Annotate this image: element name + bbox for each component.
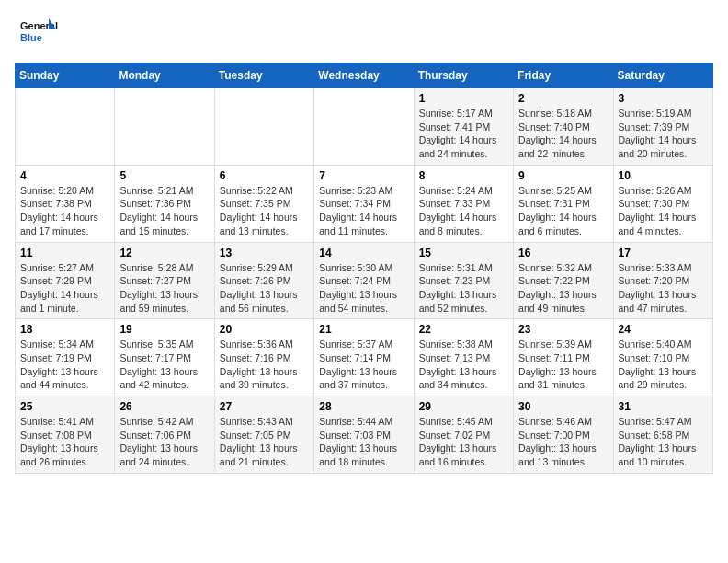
week-row-1: 1Sunrise: 5:17 AM Sunset: 7:41 PM Daylig… [16,88,713,166]
day-info: Sunrise: 5:44 AM Sunset: 7:03 PM Dayligh… [319,415,408,469]
day-info: Sunrise: 5:23 AM Sunset: 7:34 PM Dayligh… [319,184,408,238]
day-info: Sunrise: 5:36 AM Sunset: 7:16 PM Dayligh… [220,338,309,392]
day-number: 17 [619,247,708,259]
day-number: 9 [518,169,608,182]
logo: General Blue [15,15,61,52]
day-info: Sunrise: 5:19 AM Sunset: 7:39 PM Dayligh… [619,107,708,161]
day-number: 30 [518,400,608,413]
day-number: 28 [319,400,408,413]
calendar-table: SundayMondayTuesdayWednesdayThursdayFrid… [15,63,713,474]
calendar-cell: 5Sunrise: 5:21 AM Sunset: 7:36 PM Daylig… [115,165,214,242]
day-info: Sunrise: 5:35 AM Sunset: 7:17 PM Dayligh… [119,338,209,392]
day-info: Sunrise: 5:43 AM Sunset: 7:05 PM Dayligh… [220,415,309,469]
day-info: Sunrise: 5:31 AM Sunset: 7:23 PM Dayligh… [419,261,508,316]
day-info: Sunrise: 5:37 AM Sunset: 7:14 PM Dayligh… [319,338,408,392]
calendar-cell: 12Sunrise: 5:28 AM Sunset: 7:27 PM Dayli… [115,242,214,319]
day-info: Sunrise: 5:42 AM Sunset: 7:06 PM Dayligh… [119,415,209,469]
calendar-cell [214,88,313,166]
day-info: Sunrise: 5:39 AM Sunset: 7:11 PM Dayligh… [518,338,608,392]
day-info: Sunrise: 5:24 AM Sunset: 7:33 PM Dayligh… [419,184,508,238]
day-info: Sunrise: 5:21 AM Sunset: 7:36 PM Dayligh… [119,184,209,238]
day-number: 26 [119,400,209,413]
calendar-cell: 3Sunrise: 5:19 AM Sunset: 7:39 PM Daylig… [613,88,712,166]
day-info: Sunrise: 5:32 AM Sunset: 7:22 PM Dayligh… [518,261,608,316]
calendar-cell: 28Sunrise: 5:44 AM Sunset: 7:03 PM Dayli… [314,396,414,474]
week-row-5: 25Sunrise: 5:41 AM Sunset: 7:08 PM Dayli… [16,396,713,474]
day-info: Sunrise: 5:30 AM Sunset: 7:24 PM Dayligh… [319,261,408,316]
day-info: Sunrise: 5:25 AM Sunset: 7:31 PM Dayligh… [518,184,608,238]
day-number: 23 [518,323,608,336]
day-number: 25 [20,400,109,413]
day-info: Sunrise: 5:28 AM Sunset: 7:27 PM Dayligh… [119,261,209,316]
day-number: 12 [119,247,209,259]
calendar-cell: 15Sunrise: 5:31 AM Sunset: 7:23 PM Dayli… [414,242,513,319]
day-number: 4 [20,169,109,182]
day-info: Sunrise: 5:17 AM Sunset: 7:41 PM Dayligh… [419,107,508,161]
calendar-cell: 21Sunrise: 5:37 AM Sunset: 7:14 PM Dayli… [314,319,414,396]
day-number: 16 [518,247,608,259]
calendar-cell: 17Sunrise: 5:33 AM Sunset: 7:20 PM Dayli… [613,242,712,319]
day-number: 11 [20,247,109,259]
day-number: 31 [619,400,708,413]
calendar-cell: 20Sunrise: 5:36 AM Sunset: 7:16 PM Dayli… [214,319,313,396]
calendar-body: 1Sunrise: 5:17 AM Sunset: 7:41 PM Daylig… [16,88,713,474]
day-number: 22 [419,323,508,336]
day-info: Sunrise: 5:41 AM Sunset: 7:08 PM Dayligh… [20,415,109,469]
day-number: 3 [619,92,708,105]
day-info: Sunrise: 5:38 AM Sunset: 7:13 PM Dayligh… [419,338,508,392]
day-info: Sunrise: 5:22 AM Sunset: 7:35 PM Dayligh… [220,184,309,238]
calendar-cell: 23Sunrise: 5:39 AM Sunset: 7:11 PM Dayli… [514,319,613,396]
calendar-cell: 16Sunrise: 5:32 AM Sunset: 7:22 PM Dayli… [514,242,613,319]
day-number: 29 [419,400,508,413]
calendar-cell: 31Sunrise: 5:47 AM Sunset: 6:58 PM Dayli… [613,396,712,474]
week-row-4: 18Sunrise: 5:34 AM Sunset: 7:19 PM Dayli… [16,319,713,396]
logo-icon: General Blue [15,15,61,52]
day-info: Sunrise: 5:34 AM Sunset: 7:19 PM Dayligh… [20,338,109,392]
day-info: Sunrise: 5:45 AM Sunset: 7:02 PM Dayligh… [419,415,508,469]
day-number: 18 [20,323,109,336]
day-number: 13 [220,247,309,259]
calendar-cell: 7Sunrise: 5:23 AM Sunset: 7:34 PM Daylig… [314,165,414,242]
calendar-cell: 10Sunrise: 5:26 AM Sunset: 7:30 PM Dayli… [613,165,712,242]
calendar-cell: 19Sunrise: 5:35 AM Sunset: 7:17 PM Dayli… [115,319,214,396]
calendar-cell: 24Sunrise: 5:40 AM Sunset: 7:10 PM Dayli… [613,319,712,396]
calendar-cell: 4Sunrise: 5:20 AM Sunset: 7:38 PM Daylig… [16,165,115,242]
day-number: 21 [319,323,408,336]
day-header-wednesday: Wednesday [314,63,414,88]
day-number: 1 [419,92,508,105]
day-info: Sunrise: 5:47 AM Sunset: 6:58 PM Dayligh… [619,415,708,469]
header: General Blue [15,15,713,52]
day-number: 8 [419,169,508,182]
calendar-cell [115,88,214,166]
day-header-sunday: Sunday [16,63,115,88]
calendar-cell: 22Sunrise: 5:38 AM Sunset: 7:13 PM Dayli… [414,319,513,396]
day-info: Sunrise: 5:33 AM Sunset: 7:20 PM Dayligh… [619,261,708,316]
day-number: 24 [619,323,708,336]
calendar-cell: 14Sunrise: 5:30 AM Sunset: 7:24 PM Dayli… [314,242,414,319]
day-number: 20 [220,323,309,336]
day-header-friday: Friday [514,63,613,88]
day-header-saturday: Saturday [613,63,712,88]
day-number: 14 [319,247,408,259]
calendar-cell: 30Sunrise: 5:46 AM Sunset: 7:00 PM Dayli… [514,396,613,474]
calendar-cell: 27Sunrise: 5:43 AM Sunset: 7:05 PM Dayli… [214,396,313,474]
day-info: Sunrise: 5:26 AM Sunset: 7:30 PM Dayligh… [619,184,708,238]
day-info: Sunrise: 5:46 AM Sunset: 7:00 PM Dayligh… [518,415,608,469]
day-header-thursday: Thursday [414,63,513,88]
calendar-cell [16,88,115,166]
day-number: 19 [119,323,209,336]
calendar-cell [314,88,414,166]
day-number: 15 [419,247,508,259]
calendar-cell: 25Sunrise: 5:41 AM Sunset: 7:08 PM Dayli… [16,396,115,474]
calendar-cell: 8Sunrise: 5:24 AM Sunset: 7:33 PM Daylig… [414,165,513,242]
day-header-tuesday: Tuesday [214,63,313,88]
day-header-monday: Monday [115,63,214,88]
day-info: Sunrise: 5:27 AM Sunset: 7:29 PM Dayligh… [20,261,109,316]
calendar-cell: 6Sunrise: 5:22 AM Sunset: 7:35 PM Daylig… [214,165,313,242]
calendar-header: SundayMondayTuesdayWednesdayThursdayFrid… [16,63,713,88]
day-number: 10 [619,169,708,182]
svg-text:Blue: Blue [20,32,42,43]
week-row-2: 4Sunrise: 5:20 AM Sunset: 7:38 PM Daylig… [16,165,713,242]
day-number: 2 [518,92,608,105]
day-info: Sunrise: 5:18 AM Sunset: 7:40 PM Dayligh… [518,107,608,161]
